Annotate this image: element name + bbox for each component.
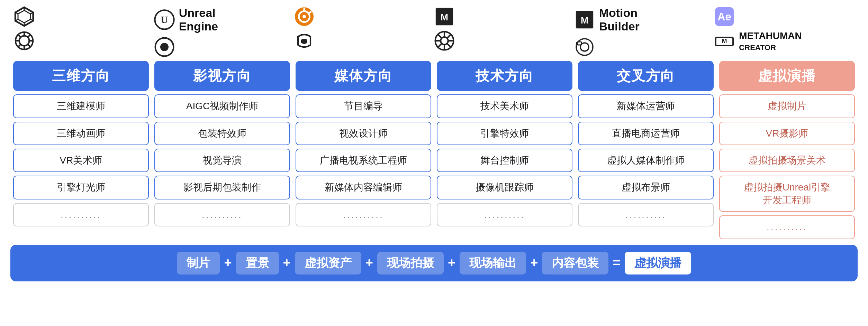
logos-section: U UnrealEngine [10, 6, 858, 57]
column-item-media-1: 视效设计师 [296, 122, 431, 145]
svg-text:M: M [722, 38, 727, 45]
logo-iclone [14, 30, 39, 51]
column-item-film-3: 影视后期包装制作 [154, 176, 290, 199]
logo-metahuman: M METAHUMANCREATOR [714, 30, 802, 53]
logo-group-4: M [434, 6, 574, 51]
column-film: 影视方向AIGC视频制作师包装特效师视觉导演影视后期包装制作.......... [152, 61, 293, 239]
main-container: U UnrealEngine [0, 0, 868, 288]
column-item-virtual-0: 虚拟制片 [719, 94, 855, 118]
columns-section: 三维方向三维建模师三维动画师VR美术师引擎灯光师..........影视方向AI… [10, 61, 858, 239]
metahuman-icon: M [714, 31, 735, 52]
logo-aftereffects: Ae [714, 6, 739, 27]
column-item-media-2: 广播电视系统工程师 [296, 149, 431, 172]
column-header-film: 影视方向 [154, 61, 290, 91]
column-header-cross: 交叉方向 [578, 61, 714, 91]
column-item-cross-0: 新媒体运营师 [578, 94, 714, 118]
bottom-tag-1: 置景 [236, 252, 279, 274]
svg-line-37 [447, 34, 451, 38]
bottom-plus-4: + [530, 255, 538, 270]
bottom-plus-2: + [365, 255, 373, 270]
svg-line-15 [28, 44, 30, 47]
viewfinder-icon [574, 37, 595, 57]
column-item-virtual-2: 虚拟拍摄场景美术 [719, 149, 855, 172]
column-item-tech-2: 舞台控制师 [437, 149, 572, 172]
svg-text:M: M [581, 15, 588, 26]
column-item-3d-2: VR美术师 [13, 149, 149, 172]
column-item-media-4: .......... [296, 203, 431, 226]
unreal-icon: U [154, 9, 175, 30]
svg-text:U: U [161, 14, 168, 25]
svg-point-9 [19, 36, 29, 46]
svg-line-14 [18, 35, 21, 37]
svg-line-17 [18, 44, 21, 47]
logo-unity [14, 6, 39, 27]
column-header-tech: 技术方向 [437, 61, 572, 91]
column-item-virtual-4: .......... [719, 215, 855, 239]
column-media: 媒体方向节目编导视效设计师广播电视系统工程师新媒体内容编辑师.......... [293, 61, 434, 239]
bottom-equals: = [613, 255, 620, 270]
column-item-film-4: .......... [154, 203, 290, 226]
column-header-virtual: 虚拟演播 [719, 61, 855, 91]
column-item-tech-3: 摄像机跟踪师 [437, 176, 572, 199]
motionbuilder-icon: M [574, 9, 595, 30]
column-header-3d: 三维方向 [13, 61, 149, 91]
svg-point-21 [160, 43, 169, 51]
iclone-icon [14, 30, 35, 51]
logo-blender [294, 6, 319, 27]
blender-icon [294, 6, 315, 27]
logo-viewfinder [574, 37, 599, 57]
metahuman-label: METAHUMANCREATOR [739, 30, 802, 53]
column-item-3d-0: 三维建模师 [13, 94, 149, 118]
logo-group-1 [14, 6, 154, 51]
svg-line-16 [28, 35, 30, 37]
bottom-plus-0: + [224, 255, 232, 270]
svg-line-38 [438, 44, 442, 47]
bottom-tag-3: 现场拍摄 [377, 252, 444, 274]
svg-point-26 [303, 15, 306, 18]
bottom-tag-5: 内容包装 [542, 252, 608, 274]
houdini-icon [294, 30, 315, 51]
svg-point-30 [441, 37, 448, 45]
bottom-tag-4: 现场输出 [460, 252, 526, 274]
cinema4d-icon [154, 37, 175, 57]
column-item-tech-1: 引擎特效师 [437, 122, 572, 145]
column-item-film-0: AIGC视频制作师 [154, 94, 290, 118]
bottom-result: 虚拟演播 [625, 252, 691, 274]
svg-text:Ae: Ae [717, 11, 731, 23]
logo-motionbuilder: M MotionBuilder [574, 6, 640, 33]
column-item-virtual-3: 虚拟拍摄Unreal引擎开发工程师 [719, 176, 855, 212]
column-item-media-3: 新媒体内容编辑师 [296, 176, 431, 199]
column-tech: 技术方向技术美术师引擎特效师舞台控制师摄像机跟踪师.......... [434, 61, 575, 239]
notch-icon [434, 30, 455, 51]
bottom-tag-2: 虚拟资产 [295, 252, 361, 274]
logo-unreal: U UnrealEngine [154, 6, 218, 33]
svg-text:M: M [441, 12, 448, 22]
unity-icon [14, 6, 35, 27]
logo-cinema4d [154, 37, 179, 57]
svg-point-41 [576, 39, 593, 55]
column-item-film-1: 包装特效师 [154, 122, 290, 145]
svg-line-35 [438, 34, 442, 38]
column-item-3d-1: 三维动画师 [13, 122, 149, 145]
svg-line-36 [447, 44, 451, 47]
bottom-plus-1: + [283, 255, 291, 270]
logo-group-2: U UnrealEngine [154, 6, 294, 57]
bottom-tag-0: 制片 [177, 252, 220, 274]
column-3d: 三维方向三维建模师三维动画师VR美术师引擎灯光师.......... [10, 61, 152, 239]
column-item-film-2: 视觉导演 [154, 149, 290, 172]
bottom-plus-3: + [448, 255, 455, 270]
column-header-media: 媒体方向 [296, 61, 431, 91]
maya-icon: M [434, 6, 455, 27]
column-cross: 交叉方向新媒体运营师直播电商运营师虚拟人媒体制作师虚拟布景师.......... [575, 61, 716, 239]
column-item-tech-0: 技术美术师 [437, 94, 572, 118]
motionbuilder-label: MotionBuilder [599, 6, 640, 33]
column-item-media-0: 节目编导 [296, 94, 431, 118]
column-item-cross-1: 直播电商运营师 [578, 122, 714, 145]
logo-group-5: M MotionBuilder [574, 6, 714, 57]
column-item-cross-2: 虚拟人媒体制作师 [578, 149, 714, 172]
bottom-bar: 制片+置景+虚拟资产+现场拍摄+现场输出+内容包装=虚拟演播 [10, 245, 858, 281]
logo-notch [434, 30, 459, 51]
column-item-tech-4: .......... [437, 203, 572, 226]
svg-marker-1 [18, 10, 30, 23]
logo-group-6: Ae M METAHUMANCREATOR [714, 6, 854, 53]
